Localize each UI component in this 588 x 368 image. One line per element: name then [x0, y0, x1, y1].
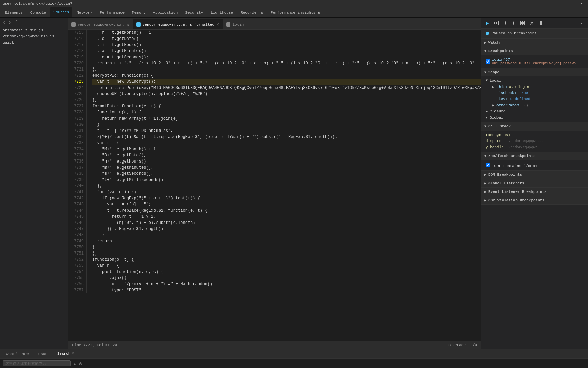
file-tab[interactable]: vendor-eqwpqwrqw.min.js — [68, 19, 133, 29]
code-line[interactable]: "M+": e.getMonth() + 1, — [92, 146, 481, 152]
code-line[interactable]: var r = { — [92, 140, 481, 146]
event-listener-header[interactable]: ▶ Event Listener Breakpoints — [481, 188, 588, 196]
window-close-btn[interactable]: × — [577, 2, 585, 6]
code-line[interactable]: }, — [92, 97, 481, 103]
code-line[interactable]: , o = t.getDate() — [92, 36, 481, 42]
sidebar-file-item[interactable]: orsdataself.min.js — [0, 27, 68, 33]
nav-tab-sources[interactable]: Sources — [50, 7, 72, 17]
code-line[interactable]: encodeURI(t.encrypt(e)).replace(/\+/g, "… — [92, 91, 481, 97]
code-line[interactable]: , c = t.getSeconds(); — [92, 54, 481, 60]
breakpoints-section-header[interactable]: ▼ Breakpoints — [481, 47, 588, 55]
nav-tab-memory[interactable]: Memory — [129, 7, 149, 17]
scope-global-header[interactable]: ▶ Global — [481, 114, 588, 121]
debug-resume-btn[interactable]: ▶ — [484, 19, 490, 27]
code-line[interactable]: } — [92, 232, 481, 238]
code-line[interactable]: var t = new JSEncrypt(); — [92, 79, 481, 85]
callstack-item-dispatch[interactable]: dispatch vendor-eqwpqwr... — [481, 138, 588, 144]
code-line[interactable]: var i = r[o] + ""; — [92, 201, 481, 208]
bottom-tab-issues[interactable]: Issues — [33, 349, 53, 358]
debug-pause-exceptions-btn[interactable]: ⏸ — [537, 19, 545, 27]
sidebar-file-item[interactable]: quick — [0, 40, 68, 46]
code-line[interactable]: , a = t.getMinutes() — [92, 48, 481, 54]
search-refresh-btn[interactable]: ↻ — [74, 361, 76, 366]
code-line[interactable]: } — [92, 244, 481, 250]
nav-tab-console[interactable]: Console — [27, 7, 49, 17]
code-line[interactable]: } — [92, 122, 481, 128]
csp-section-header[interactable]: ▶ CSP Violation Breakpoints — [481, 196, 588, 204]
code-line[interactable]: /(Y+)/.test(t) && (t = t.replace(RegExp.… — [92, 134, 481, 140]
scope-section-header[interactable]: ▼ Scope — [481, 68, 588, 76]
code-line[interactable]: for (var o in r) — [92, 189, 481, 195]
sidebar-menu-btn[interactable]: ⋮ — [13, 19, 19, 26]
xhr-section-header[interactable]: ▼ XHR/fetch Breakpoints — [481, 152, 588, 160]
code-line[interactable]: t.ajax({ — [92, 275, 481, 281]
scope-otherparam[interactable]: ▶ otherParam: {} — [488, 102, 588, 108]
debug-step-out-btn[interactable]: ⬆ — [510, 19, 517, 27]
code-line[interactable]: return t == 1 ? 2, — [92, 214, 481, 220]
callstack-item-yhandle[interactable]: y.handle vendor-eqwpqwr... — [481, 144, 588, 150]
global-listeners-header[interactable]: ▶ Global Listeners — [481, 179, 588, 187]
xhr-checkbox[interactable] — [486, 163, 490, 167]
breakpoint-checkbox[interactable] — [486, 59, 490, 64]
code-line[interactable]: return n + "-" + (r < 10 ? "0" + r : r) … — [92, 60, 481, 66]
file-tab[interactable]: login — [223, 19, 247, 29]
scope-local-header[interactable]: ▼ Local — [481, 78, 588, 84]
nav-tab-security[interactable]: Security — [182, 7, 207, 17]
debug-step-btn[interactable]: ⏭ — [519, 19, 527, 27]
nav-tab-lighthouse[interactable]: Lighthouse — [207, 7, 236, 17]
code-line[interactable]: !function(o, t) { — [92, 257, 481, 263]
code-line[interactable]: return t.setPublicKey("MIGfMA0GCSqGSIb3D… — [92, 85, 481, 91]
search-input[interactable] — [3, 360, 71, 366]
sidebar-back-btn[interactable]: ‹ — [2, 19, 6, 26]
search-clear-btn[interactable]: ◎ — [79, 361, 82, 366]
code-line[interactable]: }; — [92, 183, 481, 189]
scope-this[interactable]: ▶ this: a.J-login — [488, 84, 588, 90]
nav-tab-network[interactable]: Network — [73, 7, 96, 17]
code-line[interactable]: (n("0", t) + e).substr(e.length) — [92, 220, 481, 226]
scope-closure-header[interactable]: ▶ Closure — [481, 108, 588, 114]
bottom-tab-what's-new[interactable]: What's New — [3, 349, 32, 358]
debug-step-over-btn[interactable]: ⏭ — [492, 19, 501, 27]
code-line[interactable]: }(i, RegExp.$1.length)) — [92, 226, 481, 232]
code-line[interactable]: "t+": e.getMilliseconds() — [92, 177, 481, 183]
code-line[interactable]: "D+": e.getDate(), — [92, 152, 481, 158]
bottom-tab-search[interactable]: Search× — [54, 349, 78, 358]
code-line[interactable]: "h+": e.getHours(), — [92, 158, 481, 165]
code-line[interactable]: formatDate: function(e, t) { — [92, 103, 481, 109]
nav-tab-recorder[interactable]: Recorder ▲ — [237, 7, 266, 17]
code-line[interactable]: var n = { — [92, 263, 481, 269]
nav-tab-application[interactable]: Application — [150, 7, 181, 17]
nav-tab-elements[interactable]: Elements — [1, 7, 26, 17]
sidebar-forward-btn[interactable]: › — [7, 19, 12, 26]
code-line[interactable]: post: function(n, e, c) { — [92, 269, 481, 275]
dom-section-header[interactable]: ▶ DOM Breakpoints — [481, 171, 588, 179]
code-line[interactable]: , r = t.getMonth() + 1 — [92, 30, 481, 36]
code-line[interactable]: "s+": e.getSeconds(), — [92, 171, 481, 177]
bottom-tab-close[interactable]: × — [72, 351, 74, 356]
code-line[interactable]: }; — [92, 250, 481, 257]
code-line[interactable]: "m+": e.getMinutes(), — [92, 165, 481, 171]
code-line[interactable]: if (new RegExp("(" + o + ")").test(t)) { — [92, 195, 481, 201]
debug-more-btn[interactable]: ⋮ — [577, 19, 585, 27]
code-line[interactable]: function n(e, t) { — [92, 109, 481, 116]
code-editor[interactable]: 7715771677177718771977207721772277237724… — [68, 30, 481, 341]
nav-tab-performance[interactable]: Performance — [96, 7, 128, 17]
code-line[interactable]: type: "POST" — [92, 287, 481, 293]
code-line[interactable]: t = t || "YYYY-MM-DD hh:mm:ss", — [92, 128, 481, 134]
watch-section-header[interactable]: ▶ Watch — [481, 39, 588, 47]
code-line[interactable]: , i = t.getHours() — [92, 42, 481, 48]
code-line[interactable]: return new Array(t + 1).join(e) — [92, 116, 481, 122]
nav-tab-perf-insights[interactable]: Performance insights ▲ — [267, 7, 323, 17]
sidebar-file-item[interactable]: vendor-eqwpqwrqw.min.js — [0, 33, 68, 40]
code-line[interactable]: url: "/proxy" + n + "?_=" + Math.random(… — [92, 281, 481, 287]
debug-step-into-btn[interactable]: ⬇ — [503, 19, 509, 27]
file-tab-close[interactable]: × — [216, 22, 219, 27]
callstack-section-header[interactable]: ▼ Call Stack — [481, 122, 588, 131]
debug-deactivate-btn[interactable]: ✕ — [529, 19, 535, 27]
code-line[interactable]: return t — [92, 238, 481, 244]
code-line[interactable]: t = t.replace(RegExp.$1, function(e, t) … — [92, 208, 481, 214]
code-line[interactable]: encryptPwd: function(c) { — [92, 73, 481, 79]
callstack-item-anonymous[interactable]: (anonymous) — [481, 132, 588, 138]
code-line[interactable]: }, — [92, 66, 481, 73]
file-tab[interactable]: vendor-eqwpqwrr...n.js:formatted× — [133, 19, 223, 29]
